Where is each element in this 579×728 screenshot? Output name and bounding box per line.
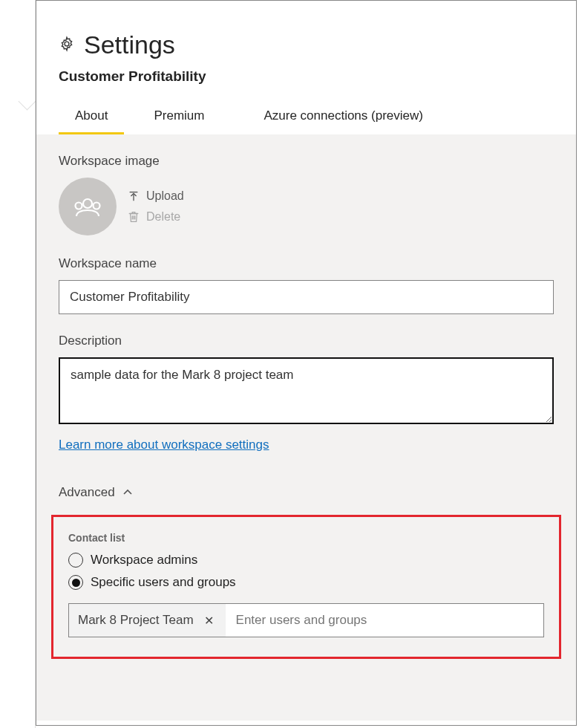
svg-point-1 (83, 199, 92, 208)
workspace-name-label: Workspace name (59, 256, 554, 271)
tab-about[interactable]: About (59, 101, 124, 134)
users-groups-input[interactable] (226, 604, 543, 637)
gear-icon (59, 36, 75, 55)
svg-point-2 (76, 203, 82, 209)
chevron-up-icon (122, 487, 133, 498)
group-icon (71, 189, 105, 224)
workspace-name-input[interactable] (59, 280, 554, 314)
settings-panel: Settings Customer Profitability About Pr… (36, 0, 577, 726)
workspace-avatar (59, 178, 117, 235)
remove-chip-icon[interactable]: ✕ (201, 611, 217, 631)
settings-content: Workspace image Upload (36, 134, 576, 721)
users-groups-field[interactable]: Mark 8 Project Team ✕ (68, 603, 544, 637)
workspace-subtitle: Customer Profitability (59, 68, 554, 85)
radio-workspace-admins[interactable]: Workspace admins (68, 553, 544, 568)
contact-list-section: Contact list Workspace admins Specific u… (51, 515, 561, 659)
background-nav-edge (0, 0, 36, 728)
upload-icon (127, 189, 140, 203)
page-title: Settings (84, 30, 175, 59)
user-chip: Mark 8 Project Team ✕ (69, 604, 226, 637)
workspace-image-row: Upload Delete (59, 178, 554, 235)
svg-point-3 (94, 203, 100, 209)
learn-more-link[interactable]: Learn more about workspace settings (59, 438, 269, 452)
radio-specific-users[interactable]: Specific users and groups (68, 575, 544, 590)
tab-premium[interactable]: Premium (124, 101, 234, 134)
description-textarea[interactable] (59, 357, 554, 424)
upload-button[interactable]: Upload (127, 189, 184, 203)
contact-list-label: Contact list (68, 532, 544, 544)
description-label: Description (59, 334, 554, 348)
radio-icon (68, 575, 83, 590)
advanced-toggle[interactable]: Advanced (59, 485, 554, 500)
panel-header: Settings Customer Profitability About Pr… (36, 1, 576, 134)
trash-icon (127, 210, 140, 224)
radio-icon (68, 553, 83, 568)
tab-azure-connections[interactable]: Azure connections (preview) (234, 101, 452, 134)
delete-button: Delete (127, 210, 184, 224)
svg-point-0 (65, 42, 69, 46)
workspace-image-label: Workspace image (59, 154, 554, 169)
tab-bar: About Premium Azure connections (preview… (59, 101, 554, 134)
